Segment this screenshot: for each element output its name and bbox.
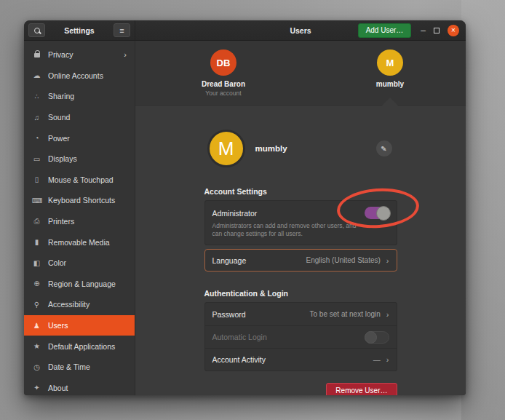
account-activity-value: —	[373, 356, 381, 364]
sidebar-item-online-accounts[interactable]: ☁ Online Accounts	[24, 66, 135, 87]
administrator-label: Administrator	[212, 209, 258, 218]
speaker-icon: ♫	[32, 114, 41, 122]
avatar: M	[377, 49, 403, 76]
window-controls: – ×	[411, 25, 466, 36]
sidebar-item-date-time[interactable]: ◷ Date & Time	[24, 357, 135, 378]
printer-icon: ⎙	[32, 217, 41, 226]
sidebar-item-users[interactable]: ♟ Users	[24, 315, 135, 336]
selected-user-caret	[382, 98, 398, 106]
sidebar-item-sound[interactable]: ♫ Sound	[24, 107, 135, 128]
auth-card: Password To be set at next login › Autom…	[204, 302, 397, 371]
account-settings-heading: Account Settings	[204, 187, 397, 196]
user-chip-mumbly[interactable]: M mumbly	[346, 49, 434, 88]
sidebar-item-sharing[interactable]: ∴ Sharing	[24, 86, 135, 107]
mouse-icon: ▯	[32, 175, 41, 183]
user-chip-dread-baron[interactable]: DB Dread Baron Your account	[180, 49, 267, 97]
sidebar-item-printers[interactable]: ⎙ Printers	[24, 211, 135, 232]
password-row[interactable]: Password To be set at next login ›	[205, 303, 397, 325]
profile-avatar[interactable]: M	[207, 130, 245, 167]
edit-name-button[interactable]: ✎	[376, 140, 392, 156]
chevron-right-icon: ›	[386, 355, 389, 364]
sidebar-item-displays[interactable]: ▭ Displays	[24, 148, 135, 170]
sidebar-item-power[interactable]: ◔ Power	[24, 127, 135, 148]
power-gauge-icon: ◔	[32, 134, 41, 142]
desktop-background: Settings ≡ Users Add User… – ×	[0, 0, 505, 420]
sidebar-item-removable-media[interactable]: ▮ Removable Media	[24, 231, 135, 253]
administrator-card: Administrator Administrators can add and…	[204, 200, 397, 245]
profile-name: mumbly	[255, 144, 287, 153]
page-title: Users	[290, 26, 311, 35]
sidebar-item-region-language[interactable]: ⊕ Region & Language	[24, 274, 135, 295]
lock-icon	[32, 50, 41, 59]
chevron-right-icon: ›	[124, 50, 127, 59]
sidebar-header: Settings ≡	[24, 20, 135, 40]
avatar: DB	[210, 49, 236, 76]
keyboard-icon: ⌨	[32, 197, 41, 205]
user-icon: ♟	[32, 322, 41, 330]
titlebar: Settings ≡ Users Add User… – ×	[24, 20, 466, 41]
sidebar-item-color[interactable]: ◧ Color	[24, 253, 135, 274]
settings-window: Settings ≡ Users Add User… – ×	[24, 20, 466, 395]
usb-drive-icon: ▮	[32, 238, 41, 246]
sidebar-item-default-applications[interactable]: ★ Default Applications	[24, 336, 135, 357]
administrator-description: Administrators can add and remove other …	[212, 222, 362, 238]
toggle-knob	[376, 206, 391, 221]
remove-user-button[interactable]: Remove User…	[326, 383, 397, 395]
globe-icon: ⊕	[32, 280, 41, 288]
chevron-right-icon: ›	[386, 256, 389, 265]
sidebar-item-accessibility[interactable]: ⚲ Accessibility	[24, 294, 135, 315]
star-icon: ★	[32, 342, 41, 350]
titlebar-main: Users Add User… – ×	[135, 20, 466, 40]
hamburger-icon: ≡	[119, 26, 124, 35]
about-emblem-icon: ✦	[32, 384, 41, 392]
menu-button[interactable]: ≡	[114, 23, 130, 37]
add-user-button[interactable]: Add User…	[358, 23, 412, 38]
administrator-toggle[interactable]	[365, 207, 389, 219]
search-icon	[34, 28, 40, 33]
app-title: Settings	[64, 26, 94, 35]
password-value: To be set at next login	[310, 310, 381, 318]
share-icon: ∴	[32, 92, 41, 100]
chevron-right-icon: ›	[386, 310, 389, 319]
clock-icon: ◷	[32, 363, 41, 371]
automatic-login-toggle[interactable]	[365, 331, 389, 344]
sidebar-item-mouse-touchpad[interactable]: ▯ Mouse & Touchpad	[24, 170, 135, 191]
toggle-knob	[365, 331, 377, 344]
close-button[interactable]: ×	[448, 25, 459, 36]
sidebar-item-keyboard-shortcuts[interactable]: ⌨ Keyboard Shortcuts	[24, 190, 135, 211]
sidebar-item-about[interactable]: ✦ About	[24, 378, 135, 396]
language-row[interactable]: Language English (United States) ›	[204, 249, 397, 272]
search-button[interactable]	[28, 23, 45, 37]
accessibility-person-icon: ⚲	[32, 301, 41, 309]
maximize-button[interactable]	[434, 28, 440, 33]
users-panel: DB Dread Baron Your account M mumbly M m…	[135, 41, 466, 395]
automatic-login-row: Automatic Login	[205, 325, 397, 348]
language-value: English (United States)	[306, 256, 381, 264]
pencil-icon: ✎	[381, 145, 386, 153]
user-carousel: DB Dread Baron Your account M mumbly	[135, 41, 466, 106]
sidebar-item-privacy[interactable]: Privacy ›	[24, 44, 135, 66]
cloud-icon: ☁	[32, 71, 41, 79]
monitor-icon: ▭	[32, 155, 41, 163]
color-profile-icon: ◧	[32, 259, 41, 267]
profile-header: M mumbly ✎	[204, 127, 397, 170]
account-activity-row[interactable]: Account Activity — ›	[205, 348, 397, 371]
auth-login-heading: Authentication & Login	[204, 289, 397, 298]
minimize-button[interactable]: –	[421, 27, 426, 34]
sidebar: Privacy › ☁ Online Accounts ∴ Sharing ♫ …	[24, 41, 135, 395]
